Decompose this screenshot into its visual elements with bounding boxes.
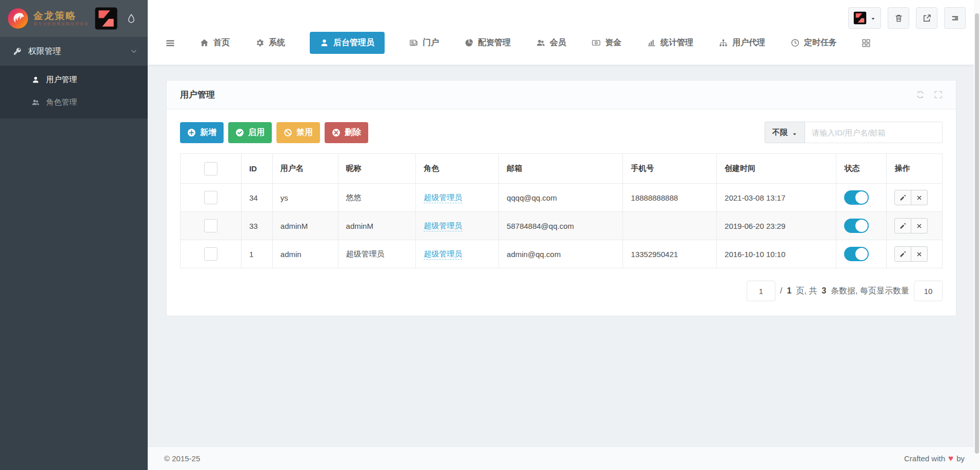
- nav-row: 首页 系统 后台管理员 门户 配资管理: [165, 32, 871, 54]
- sidebar-submenu: 用户管理 角色管理: [0, 66, 148, 119]
- table-body: 34 ys 悠悠 超级管理员 qqqq@qq.com 18888888888 2…: [181, 184, 943, 268]
- search-input[interactable]: [805, 122, 943, 143]
- x-icon: [916, 251, 923, 258]
- user-management-panel: 用户管理 新增: [166, 80, 956, 316]
- brand-logo-icon: [853, 11, 867, 25]
- plus-circle-icon: [187, 128, 196, 137]
- nav-tab-label: 会员: [550, 37, 566, 48]
- nav-tab-label: 后台管理员: [333, 37, 374, 48]
- sidebar: 金龙策略 最专业的股票策略投资管家 权限管理 用户管理 角色管理: [0, 0, 148, 470]
- sidebar-submenu-item[interactable]: 用户管理: [0, 68, 148, 91]
- delete-row-button[interactable]: [911, 190, 928, 205]
- main-area: 首页 系统 后台管理员 门户 配资管理: [148, 0, 980, 470]
- toolbar-button-label: 禁用: [296, 127, 313, 138]
- pie-icon: [465, 38, 473, 47]
- toolbar-button[interactable]: 禁用: [276, 122, 320, 143]
- x-icon: [916, 223, 923, 229]
- search-group: 不限: [765, 122, 943, 143]
- pagination-total-count: 3: [822, 286, 826, 296]
- status-toggle[interactable]: [844, 219, 869, 233]
- menu-toggle-icon[interactable]: [165, 38, 175, 48]
- crafted-text: Crafted with ♥ by: [904, 454, 965, 463]
- trash-button[interactable]: [888, 7, 909, 29]
- pagination-separator: /: [780, 286, 782, 296]
- status-toggle[interactable]: [844, 247, 869, 261]
- delete-row-button[interactable]: [911, 218, 928, 233]
- role-link[interactable]: 超级管理员: [424, 193, 462, 203]
- nav-tab[interactable]: 后台管理员: [310, 32, 385, 54]
- edit-button[interactable]: [894, 190, 911, 205]
- status-toggle[interactable]: [844, 190, 869, 205]
- column-header: 手机号: [623, 154, 717, 184]
- nav-tab-label: 系统: [269, 37, 285, 48]
- cell-username: adminM: [272, 212, 338, 240]
- refresh-icon[interactable]: [916, 90, 925, 99]
- heart-icon: ♥: [948, 454, 953, 463]
- role-link[interactable]: 超级管理员: [424, 221, 462, 231]
- cell-created: 2021-03-08 13:17: [717, 184, 836, 212]
- nav-tab[interactable]: 系统: [254, 32, 286, 54]
- toolbar-button-label: 删除: [345, 127, 361, 138]
- filter-dropdown-label: 不限: [772, 128, 788, 138]
- vertical-scrollbar[interactable]: [974, 0, 980, 470]
- nav-tab[interactable]: 统计管理: [646, 32, 694, 54]
- pencil-icon: [899, 223, 906, 229]
- nav-tab[interactable]: 资金: [591, 32, 623, 54]
- row-checkbox[interactable]: [204, 191, 217, 204]
- role-link[interactable]: 超级管理员: [424, 249, 462, 260]
- table-row: 34 ys 悠悠 超级管理员 qqqq@qq.com 18888888888 2…: [181, 184, 943, 212]
- pagination-pages-label: 页, 共: [796, 286, 817, 297]
- cell-phone: 18888888888: [623, 184, 717, 212]
- droplet-icon: [126, 12, 136, 25]
- scrollbar-thumb[interactable]: [975, 13, 979, 454]
- newspaper-icon: [409, 38, 418, 47]
- nav-tab[interactable]: 定时任务: [790, 32, 838, 54]
- toolbar-button[interactable]: 启用: [228, 122, 272, 143]
- row-checkbox[interactable]: [204, 247, 217, 261]
- nav-tab[interactable]: 门户: [408, 32, 440, 54]
- chevron-down-icon: [130, 48, 137, 55]
- clock-icon: [791, 38, 799, 47]
- table-row: 1 admin 超级管理员 超级管理员 admin@qq.com 1335295…: [181, 240, 943, 268]
- top-header: 首页 系统 后台管理员 门户 配资管理: [148, 0, 980, 65]
- expand-icon[interactable]: [934, 90, 943, 99]
- user-icon: [32, 76, 39, 84]
- theme-brand-dropdown[interactable]: [848, 7, 881, 29]
- nav-tab[interactable]: 首页: [199, 32, 231, 54]
- nav-tab[interactable]: 配资管理: [464, 32, 512, 54]
- cell-id: 1: [241, 240, 272, 268]
- nav-tab[interactable]: 会员: [535, 32, 567, 54]
- cell-nickname: adminM: [338, 212, 416, 240]
- panel-tools: [916, 90, 943, 99]
- cell-nickname: 悠悠: [338, 184, 416, 212]
- page-number-input[interactable]: [747, 281, 775, 301]
- action-buttons: 新增 启用 禁用 删除: [180, 122, 368, 143]
- edit-button[interactable]: [894, 246, 911, 262]
- filter-dropdown[interactable]: 不限: [765, 122, 805, 143]
- nav-tab-label: 资金: [605, 37, 622, 48]
- row-checkbox[interactable]: [204, 219, 217, 232]
- grid-icon[interactable]: [862, 38, 871, 48]
- pagination-count-label: 条数据, 每页显示数量: [831, 286, 909, 297]
- delete-row-button[interactable]: [911, 246, 928, 262]
- sidebar-item-permission-management[interactable]: 权限管理: [0, 37, 148, 66]
- app-root: 金龙策略 最专业的股票策略投资管家 权限管理 用户管理 角色管理: [0, 0, 980, 470]
- nav-tab-label: 首页: [213, 37, 230, 48]
- cell-email: admin@qq.com: [499, 240, 623, 268]
- log-list-button[interactable]: [944, 7, 966, 29]
- submenu-item-label: 角色管理: [46, 97, 77, 107]
- nav-tab-label: 统计管理: [661, 37, 693, 48]
- sidebar-submenu-item[interactable]: 角色管理: [0, 91, 148, 113]
- page-title: 用户管理: [180, 89, 215, 101]
- column-header: ID: [241, 154, 272, 184]
- toolbar-button[interactable]: 新增: [180, 122, 224, 143]
- open-external-button[interactable]: [916, 7, 937, 29]
- nav-tab[interactable]: 用户代理: [718, 32, 766, 54]
- page-size-input[interactable]: [914, 281, 943, 301]
- select-all-checkbox[interactable]: [204, 162, 217, 175]
- check-circle-icon: [235, 128, 244, 137]
- cell-email: qqqq@qq.com: [499, 184, 623, 212]
- top-nav-tabs: 首页 系统 后台管理员 门户 配资管理: [199, 32, 838, 54]
- edit-button[interactable]: [894, 218, 911, 233]
- toolbar-button[interactable]: 删除: [325, 122, 368, 143]
